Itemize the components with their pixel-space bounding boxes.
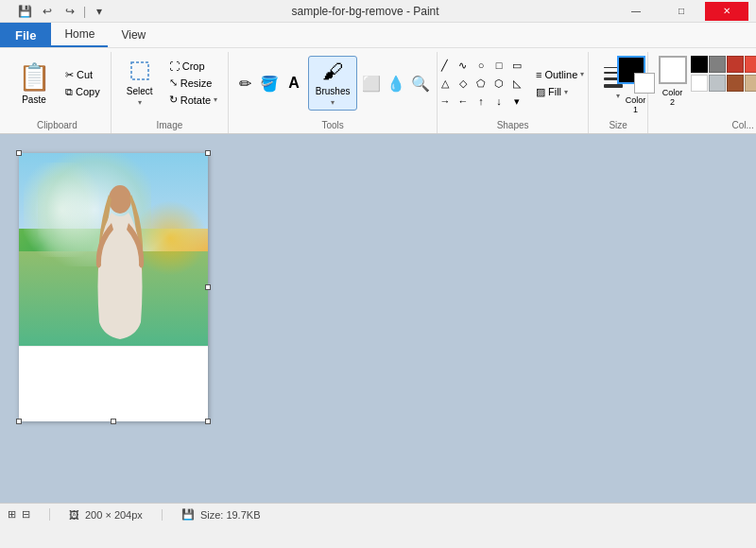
canvas-area[interactable] (0, 134, 756, 503)
file-tab[interactable]: File (0, 23, 51, 47)
fill-dropdown-icon: ▾ (564, 88, 568, 96)
color2-button[interactable]: Color2 (659, 56, 687, 107)
outline-button[interactable]: ≡ Outline ▾ (531, 67, 589, 82)
swatch-darkred[interactable] (727, 56, 744, 73)
handle-bottom-mid[interactable] (111, 419, 116, 424)
maximize-btn[interactable]: □ (660, 2, 703, 21)
rotate-label: Rotate (180, 94, 211, 106)
view-icon: ⊞ (8, 508, 16, 521)
dropdown-qa-btn[interactable]: ▾ (90, 2, 109, 21)
eraser-icon: ⬜ (362, 75, 381, 93)
outline-icon: ≡ (536, 69, 541, 80)
text-button[interactable]: A (284, 60, 304, 107)
view-btn[interactable]: ⊟ (22, 508, 30, 521)
shapes-items: ╱ ∿ ○ □ ▭ △ ◇ ⬠ ⬡ ◺ → ← ↑ (437, 52, 589, 118)
handle-top-right[interactable] (205, 150, 211, 156)
ribbon-content: 📋 Paste ✂ Cut ⧉ Copy Clipboard (0, 47, 756, 133)
select-label: Select (127, 86, 153, 96)
clipboard-secondary: ✂ Cut ⧉ Copy (60, 67, 105, 100)
eraser-button[interactable]: ⬜ (361, 60, 382, 107)
fill-tool-button[interactable]: 🪣 (259, 60, 280, 107)
cut-icon: ✂ (65, 69, 74, 81)
resize-button[interactable]: ⤡ Resize (164, 75, 222, 91)
fill-button[interactable]: ▨ Fill ▾ (531, 84, 589, 100)
more-shapes[interactable]: ▾ (508, 93, 525, 110)
color1-button[interactable]: Color1 (617, 56, 655, 114)
view-tab[interactable]: View (108, 23, 159, 47)
undo-quick-btn[interactable]: ↩ (38, 2, 57, 21)
handle-top-left[interactable] (16, 150, 22, 156)
resize-label: Resize (180, 77, 213, 89)
paint-canvas (19, 153, 208, 421)
select-button[interactable]: Select ▾ (117, 56, 163, 111)
swatch-gray[interactable] (709, 56, 726, 73)
right-triangle-shape[interactable]: ◺ (508, 75, 525, 92)
crop-button[interactable]: ⛶ Crop (164, 59, 222, 74)
arrow-up-shape[interactable]: ↑ (472, 93, 490, 110)
color1-preview (617, 56, 655, 94)
fill-label: Fill (548, 86, 561, 97)
select-icon (129, 60, 150, 84)
swatch-red[interactable] (745, 56, 756, 73)
home-tab[interactable]: Home (51, 23, 108, 47)
rect-shape[interactable]: □ (490, 57, 507, 74)
color-picker-button[interactable]: 💧 (386, 60, 406, 107)
triangle-shape[interactable]: △ (437, 75, 454, 92)
dimensions-icon: 🖼 (69, 509, 79, 521)
arrow-right-shape[interactable]: → (437, 93, 454, 110)
shapes-grid: ╱ ∿ ○ □ ▭ △ ◇ ⬠ ⬡ ◺ → ← ↑ (437, 57, 525, 110)
line-shape[interactable]: ╱ (437, 57, 454, 74)
zoom-button[interactable]: 🔍 (410, 60, 431, 107)
arrow-left-shape[interactable]: ← (455, 93, 472, 110)
quick-access-toolbar: 💾 ↩ ↪ | ▾ (8, 2, 116, 21)
tools-label: Tools (234, 118, 431, 133)
brushes-button[interactable]: 🖌 Brushes ▾ (308, 56, 357, 111)
paste-button[interactable]: 📋 Paste (9, 56, 59, 111)
shapes-grid-container: ╱ ∿ ○ □ ▭ △ ◇ ⬠ ⬡ ◺ → ← ↑ (437, 57, 525, 110)
colors-section: Color1 Color2 (617, 52, 756, 114)
swatch-brown[interactable] (727, 75, 744, 92)
swatch-tan[interactable] (745, 75, 756, 92)
dimensions-text: 200 × 204px (85, 509, 143, 521)
copy-icon: ⧉ (65, 86, 73, 98)
oval-shape[interactable]: ○ (472, 57, 490, 74)
separator: | (83, 5, 86, 18)
window-controls: — □ ✕ (614, 2, 748, 21)
hexagon-shape[interactable]: ⬡ (490, 75, 507, 92)
image-secondary: ⛶ Crop ⤡ Resize ↻ Rotate ▾ (164, 59, 222, 108)
color-picker-icon: 💧 (387, 75, 405, 93)
window-title: sample-for-bg-remove - Paint (116, 5, 614, 18)
rotate-button[interactable]: ↻ Rotate ▾ (164, 92, 222, 108)
save-quick-btn[interactable]: 💾 (15, 2, 34, 21)
outline-dropdown-icon: ▾ (580, 70, 584, 78)
select-dropdown-icon: ▾ (138, 98, 142, 107)
text-icon: A (288, 75, 300, 92)
round-rect-shape[interactable]: ▭ (508, 57, 525, 74)
colors-group: Color1 Color2 (648, 52, 756, 133)
pentagon-shape[interactable]: ⬠ (472, 75, 490, 92)
paste-label: Paste (22, 94, 46, 105)
brushes-icon: 🖌 (322, 60, 343, 84)
minimize-btn[interactable]: — (614, 2, 658, 21)
colors-items: Color1 Color2 (617, 52, 756, 118)
ribbon: File Home View 📋 Paste ✂ Cut ⧉ Copy (0, 23, 756, 134)
arrow-down-shape[interactable]: ↓ (490, 93, 507, 110)
swatch-white[interactable] (691, 75, 708, 92)
swatch-black[interactable] (691, 56, 708, 73)
curve-shape[interactable]: ∿ (455, 57, 472, 74)
handle-bottom-right[interactable] (205, 419, 211, 424)
diamond-shape[interactable]: ◇ (455, 75, 472, 92)
handle-middle-right[interactable] (205, 284, 211, 290)
pencil-button[interactable]: ✏ (234, 60, 255, 107)
handle-bottom-left[interactable] (16, 419, 22, 424)
crop-label: Crop (182, 60, 205, 72)
cut-button[interactable]: ✂ Cut (60, 67, 105, 83)
rotate-icon: ↻ (169, 94, 178, 106)
tools-group: ✏ 🪣 A 🖌 Brushes ▾ ⬜ (229, 52, 438, 133)
close-btn[interactable]: ✕ (705, 2, 748, 21)
palette-container (691, 56, 756, 92)
redo-quick-btn[interactable]: ↪ (60, 2, 79, 21)
copy-button[interactable]: ⧉ Copy (60, 84, 105, 100)
swatch-silver[interactable] (709, 75, 726, 92)
outline-fill-controls: ≡ Outline ▾ ▨ Fill ▾ (531, 67, 589, 100)
